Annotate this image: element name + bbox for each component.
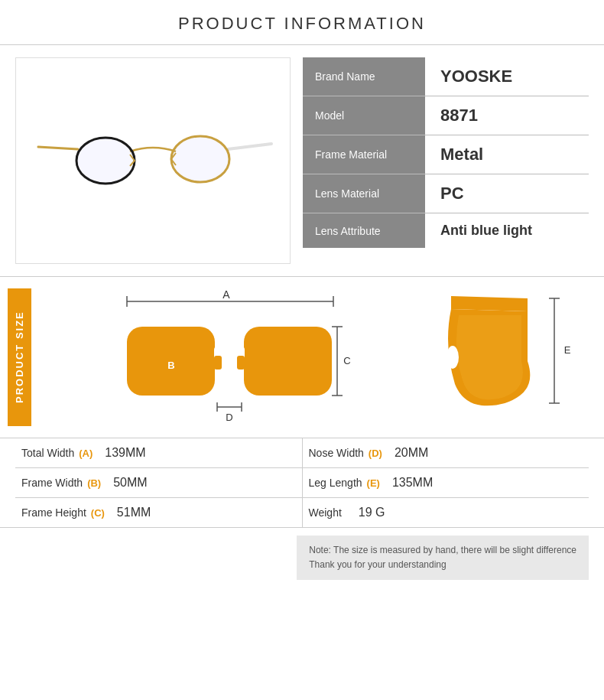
meas-cell-weight: Weight 19 G <box>303 498 589 527</box>
glasses-illustration <box>31 92 275 230</box>
side-diagram-svg: E <box>436 285 589 430</box>
meas-cell-frame-width: Frame Width (B) 50MM <box>15 468 303 497</box>
total-width-value: 139MM <box>105 446 145 460</box>
measurements-row-2: Frame Width (B) 50MM Leg Length (E) 135M… <box>15 468 589 498</box>
frame-width-letter: (B) <box>87 477 101 489</box>
weight-value: 19 G <box>359 506 385 519</box>
page-title: PRODUCT INFORMATION <box>0 14 604 34</box>
note-box: Note: The size is measured by hand, ther… <box>297 536 589 580</box>
info-row-model: Model 8871 <box>303 96 589 135</box>
svg-text:B: B <box>167 360 174 371</box>
info-label-frame-material: Frame Material <box>303 135 425 174</box>
frame-height-value: 51MM <box>117 506 151 519</box>
svg-point-3 <box>171 136 229 182</box>
svg-point-2 <box>76 138 135 184</box>
svg-text:A: A <box>222 288 230 301</box>
meas-cell-leg-length: Leg Length (E) 135MM <box>303 468 589 497</box>
info-row-frame-material: Frame Material Metal <box>303 135 589 174</box>
nose-width-value: 20MM <box>395 446 428 460</box>
leg-length-label: Leg Length <box>309 477 362 489</box>
page: PRODUCT INFORMATION <box>0 0 604 700</box>
info-value-frame-material: Metal <box>425 135 589 174</box>
info-row-brand: Brand Name YOOSKE <box>303 57 589 96</box>
measurements-row-3: Frame Height (C) 51MM Weight 19 G <box>15 498 589 527</box>
info-label-lens-attribute: Lens Attribute <box>303 213 425 248</box>
nose-width-letter: (D) <box>369 448 382 459</box>
nose-width-label: Nose Width <box>309 447 364 459</box>
frame-height-label: Frame Height <box>21 506 86 519</box>
info-label-brand: Brand Name <box>303 57 425 96</box>
note-line2: Thank you for your understanding <box>309 559 446 570</box>
leg-length-value: 135MM <box>392 476 433 490</box>
note-section: Note: The size is measured by hand, ther… <box>0 528 604 592</box>
svg-point-26 <box>447 346 459 369</box>
middle-section: PRODUCT SIZE A B <box>0 277 604 438</box>
info-row-lens-attribute: Lens Attribute Anti blue light <box>303 213 589 248</box>
frame-height-letter: (C) <box>91 507 105 519</box>
leg-length-letter: (E) <box>367 477 380 489</box>
info-value-brand: YOOSKE <box>425 57 589 96</box>
total-width-letter: (A) <box>79 448 93 459</box>
weight-label: Weight <box>309 506 342 519</box>
svg-rect-11 <box>214 356 222 370</box>
header: PRODUCT INFORMATION <box>0 0 604 45</box>
diagram-left: A B C <box>39 285 421 430</box>
info-label-model: Model <box>303 96 425 135</box>
svg-line-1 <box>228 144 271 149</box>
front-diagram-svg: A B C <box>104 285 356 430</box>
svg-rect-9 <box>244 327 332 396</box>
meas-cell-total-width: Total Width (A) 139MM <box>15 438 303 467</box>
info-row-lens-material: Lens Material PC <box>303 174 589 213</box>
svg-rect-12 <box>237 356 245 370</box>
product-size-label: PRODUCT SIZE <box>8 288 31 426</box>
svg-text:C: C <box>343 355 350 366</box>
meas-cell-nose-width: Nose Width (D) 20MM <box>303 438 589 467</box>
diagram-right: E <box>428 285 596 430</box>
frame-width-value: 50MM <box>113 476 147 490</box>
svg-text:D: D <box>226 412 232 423</box>
product-image-box <box>15 57 291 264</box>
total-width-label: Total Width <box>21 447 74 459</box>
info-table: Brand Name YOOSKE Model 8871 Frame Mater… <box>303 57 589 264</box>
meas-cell-frame-height: Frame Height (C) 51MM <box>15 498 303 527</box>
svg-line-0 <box>38 147 78 149</box>
frame-width-label: Frame Width <box>21 477 83 489</box>
svg-text:E: E <box>564 344 571 356</box>
measurements-table: Total Width (A) 139MM Nose Width (D) 20M… <box>0 438 604 528</box>
info-label-lens-material: Lens Material <box>303 174 425 213</box>
note-line1: Note: The size is measured by hand, ther… <box>309 545 576 555</box>
top-section: Brand Name YOOSKE Model 8871 Frame Mater… <box>0 45 604 277</box>
info-value-lens-material: PC <box>425 174 589 213</box>
measurements-row-1: Total Width (A) 139MM Nose Width (D) 20M… <box>15 438 589 468</box>
info-value-lens-attribute: Anti blue light <box>425 213 589 248</box>
info-value-model: 8871 <box>425 96 589 135</box>
